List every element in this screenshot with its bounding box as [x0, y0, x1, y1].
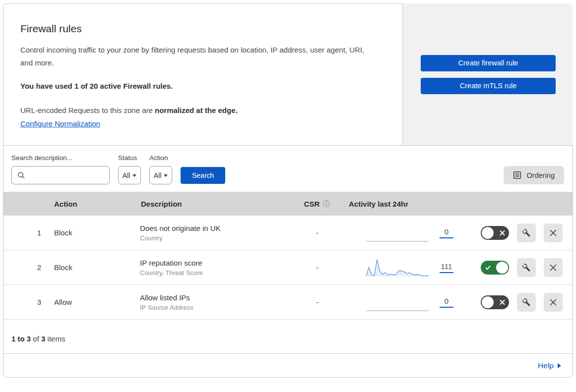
table-row: 3 Allow Allow listed IPs IP Source Addre…	[3, 285, 573, 320]
normalization-prefix: URL-encoded Requests to this zone are	[20, 106, 153, 114]
create-mtls-rule-button[interactable]: Create mTLS rule	[421, 78, 556, 94]
action-select-value: All	[154, 171, 162, 179]
table-header: Action Description CSR Activity last 24h…	[3, 192, 573, 216]
filter-bar: Search description... Status All Action …	[3, 146, 573, 192]
status-label: Status	[118, 154, 141, 162]
rule-priority: 2	[3, 263, 48, 272]
intro-card: Firewall rules Control incoming traffic …	[3, 3, 403, 145]
status-group: Status All	[118, 154, 141, 184]
status-select[interactable]: All	[118, 166, 141, 184]
rule-priority: 3	[3, 298, 48, 306]
items-total: 3	[41, 335, 45, 343]
delete-rule-button[interactable]	[544, 258, 563, 277]
configure-normalization-link[interactable]: Configure Normalization	[20, 119, 100, 128]
intro-section: Firewall rules Control incoming traffic …	[3, 3, 573, 145]
rule-controls	[462, 224, 573, 242]
search-icon	[17, 171, 25, 179]
rule-action: Block	[48, 228, 135, 237]
wrench-icon	[521, 263, 531, 273]
help-link-label: Help	[538, 361, 554, 370]
rule-action: Block	[48, 263, 135, 272]
chevron-down-icon	[132, 174, 136, 177]
rule-description-cell: IP reputation score Country, Threat Scor…	[135, 259, 294, 277]
help-link[interactable]: Help	[538, 361, 561, 370]
edit-rule-button[interactable]	[517, 293, 536, 312]
ordering-button[interactable]: Ordering	[504, 166, 564, 184]
activity-column-header: Activity last 24hr	[341, 200, 462, 208]
rule-fields: Country, Threat Score	[140, 269, 294, 277]
toggle-knob	[482, 296, 494, 308]
close-icon	[549, 264, 557, 272]
ordering-button-label: Ordering	[527, 171, 555, 179]
edit-rule-button[interactable]	[517, 258, 536, 277]
search-label: Search description...	[11, 154, 110, 162]
rule-action: Allow	[48, 298, 135, 306]
activity-count-link[interactable]: 0	[440, 227, 453, 238]
create-firewall-rule-button[interactable]: Create firewall rule	[421, 55, 556, 71]
chevron-down-icon	[164, 174, 168, 177]
toggle-knob	[496, 262, 508, 274]
rule-controls	[462, 258, 573, 277]
action-group: Action All	[149, 154, 172, 184]
activity-sparkline	[366, 292, 429, 313]
rule-activity-cell: 111	[341, 257, 462, 278]
rule-fields: Country	[140, 234, 294, 242]
edit-rule-button[interactable]	[517, 224, 536, 242]
firewall-rules-page: Firewall rules Control incoming traffic …	[0, 0, 576, 392]
toggle-state-icon	[500, 299, 505, 305]
items-range: 1 to 3	[11, 335, 31, 343]
normalization-text: URL-encoded Requests to this zone are no…	[20, 104, 383, 117]
search-button[interactable]: Search	[181, 167, 225, 184]
activity-sparkline	[366, 257, 429, 278]
status-select-value: All	[123, 171, 130, 179]
rule-enable-toggle[interactable]	[481, 295, 509, 309]
close-icon	[549, 229, 557, 237]
description-column-header: Description	[135, 200, 294, 208]
delete-rule-button[interactable]	[544, 293, 563, 312]
wrench-icon	[521, 297, 531, 307]
rule-controls	[462, 293, 573, 312]
cta-panel: Create firewall rule Create mTLS rule	[403, 3, 573, 145]
search-input[interactable]	[11, 166, 110, 184]
rule-activity-cell: 0	[341, 292, 462, 313]
of-text: of	[33, 335, 39, 343]
rules-panel: Search description... Status All Action …	[3, 145, 573, 354]
search-group: Search description...	[11, 154, 110, 184]
pagination-summary: 1 to 3 of 3 items	[3, 320, 573, 353]
usage-notice: You have used 1 of 20 active Firewall ru…	[20, 82, 383, 90]
action-select[interactable]: All	[149, 166, 172, 184]
items-text: items	[48, 335, 65, 343]
rule-priority: 1	[3, 228, 48, 237]
activity-sparkline	[366, 223, 429, 243]
arrow-right-icon	[558, 363, 561, 368]
rule-description: IP reputation score	[140, 259, 294, 267]
table-row: 1 Block Does not originate in UK Country…	[3, 216, 573, 250]
toggle-knob	[482, 227, 494, 239]
csr-header-label: CSR	[304, 200, 320, 208]
rule-csr-value: -	[294, 228, 341, 237]
rule-csr-value: -	[294, 298, 341, 306]
rule-activity-cell: 0	[341, 223, 462, 243]
close-icon	[549, 298, 557, 306]
rule-description: Allow listed IPs	[140, 293, 294, 302]
rule-description-cell: Allow listed IPs IP Source Address	[135, 293, 294, 311]
csr-column-header: CSR	[294, 200, 341, 208]
rule-csr-value: -	[294, 263, 341, 272]
toggle-state-icon	[500, 230, 505, 235]
delete-rule-button[interactable]	[544, 224, 563, 242]
rule-enable-toggle[interactable]	[481, 261, 509, 275]
wrench-icon	[521, 228, 531, 238]
rule-fields: IP Source Address	[140, 304, 294, 311]
rule-enable-toggle[interactable]	[481, 226, 509, 240]
ordering-list-icon	[513, 171, 521, 179]
normalization-bold: normalized at the edge.	[155, 106, 238, 114]
page-description: Control incoming traffic to your zone by…	[20, 44, 375, 70]
help-bar: Help	[3, 354, 573, 378]
toggle-state-icon	[485, 264, 491, 271]
info-icon[interactable]	[322, 200, 330, 208]
rule-description-cell: Does not originate in UK Country	[135, 224, 294, 242]
table-row: 2 Block IP reputation score Country, Thr…	[3, 250, 573, 285]
activity-count-link[interactable]: 0	[440, 297, 453, 308]
action-column-header: Action	[48, 200, 135, 208]
activity-count-link[interactable]: 111	[440, 262, 453, 273]
